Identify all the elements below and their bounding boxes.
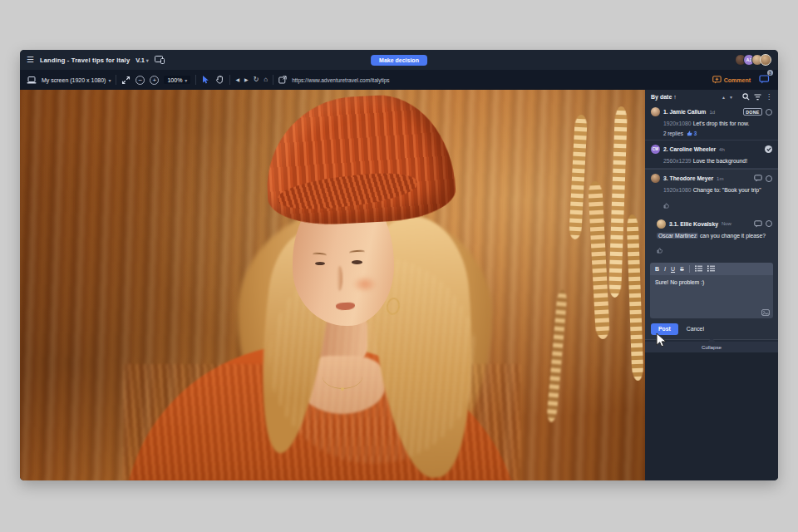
cancel-button[interactable]: Cancel xyxy=(687,326,704,332)
sort-by-date-button[interactable]: By date ↑ xyxy=(651,94,677,100)
home-icon[interactable]: ⌂ xyxy=(264,76,268,83)
resolution-tag: 1920x1080 xyxy=(663,187,692,193)
devices-icon[interactable] xyxy=(155,56,165,64)
bold-button[interactable]: B xyxy=(655,266,659,272)
woman-eye-right xyxy=(352,260,362,264)
add-comment-label: Comment xyxy=(724,77,751,83)
refresh-icon[interactable]: ↻ xyxy=(254,76,259,83)
browser-toolbar: My screen (1920 x 1080) ▾ − + 100% ▾ ◀ ▶… xyxy=(20,70,778,90)
comment-text: Let's drop this for now. xyxy=(693,121,750,126)
underline-button[interactable]: U xyxy=(671,266,675,272)
resolution-tag: 2560x1239 xyxy=(663,158,692,164)
laptop-icon xyxy=(27,76,37,84)
screen-source-selector[interactable]: My screen (1920 x 1080) ▾ xyxy=(42,77,111,83)
chevron-down-icon: ▾ xyxy=(185,77,187,83)
zoom-out-button[interactable]: − xyxy=(135,76,145,85)
mention-chip[interactable]: Oscar Martinez xyxy=(657,233,698,239)
comment-author: 3. Theodore Meyer xyxy=(663,175,713,181)
resolved-check-icon[interactable] xyxy=(765,145,772,153)
screen-source-label: My screen (1920 x 1080) xyxy=(42,77,106,83)
next-comment-button[interactable]: ▼ xyxy=(729,95,733,100)
url-text[interactable]: https://www.adventuretravel.com/italytip… xyxy=(292,77,389,83)
comment-thread-1[interactable]: 1. Jamie Callum 1d DONE 1920x1080Let's d… xyxy=(645,103,778,140)
attach-image-icon[interactable] xyxy=(761,309,770,316)
comments-sort-row: By date ↑ ▲ ▼ ⋮ xyxy=(645,90,778,103)
chevron-down-icon: ▾ xyxy=(146,57,149,63)
like-button[interactable]: 3 xyxy=(687,131,697,136)
select-cursor-tool-icon[interactable] xyxy=(201,75,210,85)
woman-cheek-blush xyxy=(352,276,377,293)
forward-icon[interactable]: ▶ xyxy=(244,77,249,82)
comment-time: 1d xyxy=(709,110,715,115)
thumbs-up-icon xyxy=(687,131,692,136)
replies-link[interactable]: 2 replies xyxy=(663,131,683,136)
comment-time: 1m xyxy=(717,176,723,181)
mouse-cursor xyxy=(655,332,669,349)
done-badge: DONE xyxy=(743,108,762,116)
filter-icon[interactable] xyxy=(754,94,761,101)
prev-comment-button[interactable]: ▲ xyxy=(722,95,726,100)
bullet-list-icon[interactable] xyxy=(695,265,702,272)
comment-author: 1. Jamie Callum xyxy=(663,109,706,115)
shared-screen-photo[interactable] xyxy=(20,90,645,480)
comment-text: can you change it please? xyxy=(700,233,766,239)
reply-text-input[interactable]: Sure! No problem :) xyxy=(650,275,773,318)
avatar xyxy=(657,219,666,229)
search-icon[interactable] xyxy=(742,93,750,101)
chevron-down-icon: ▾ xyxy=(108,77,111,83)
comment-text: Change to: "Book your trip" xyxy=(693,187,761,193)
open-external-icon[interactable] xyxy=(278,76,287,84)
avatar-current-user[interactable] xyxy=(760,54,771,66)
fullscreen-icon[interactable] xyxy=(121,76,131,85)
resolve-checkbox[interactable] xyxy=(766,220,772,227)
italic-button[interactable]: I xyxy=(664,266,666,272)
add-comment-button[interactable]: Comment xyxy=(709,73,754,86)
reply-bubble-icon[interactable] xyxy=(754,175,762,182)
resolve-checkbox[interactable] xyxy=(766,109,772,116)
woman-nose-shadow xyxy=(337,266,342,291)
page-title: Landing - Travel tips for Italy xyxy=(40,57,130,64)
back-icon[interactable]: ◀ xyxy=(235,77,239,82)
hamburger-menu-icon[interactable]: ☰ xyxy=(27,56,34,64)
comment-time: Now xyxy=(722,221,732,226)
comments-panel: By date ↑ ▲ ▼ ⋮ xyxy=(645,90,778,480)
kebab-menu-icon[interactable]: ⋮ xyxy=(766,94,772,101)
app-window: ☰ Landing - Travel tips for Italy V.1 ▾ … xyxy=(20,50,778,480)
make-decision-button[interactable]: Make decision xyxy=(371,55,427,66)
comment-author: 3.1. Ellie Kovalsky xyxy=(669,221,718,227)
comment-3[interactable]: 3. Theodore Meyer 1m 1920x1080Change to:… xyxy=(645,170,778,214)
thumbs-up-icon[interactable] xyxy=(657,248,663,254)
zoom-in-button[interactable]: + xyxy=(150,76,159,85)
title-bar: ☰ Landing - Travel tips for Italy V.1 ▾ … xyxy=(20,50,778,70)
comments-count-badge: 3 xyxy=(767,70,773,76)
comment-thread-2[interactable]: CW 2. Caroline Wheeler 4h 2560x1239Love … xyxy=(645,140,778,168)
avatar xyxy=(651,107,660,116)
hand-tool-icon[interactable] xyxy=(215,75,224,85)
comment-3-1-reply[interactable]: 3.1. Ellie Kovalsky Now Oscar Martinez c… xyxy=(645,215,778,260)
thumbs-up-icon[interactable] xyxy=(663,203,669,209)
avatar: CW xyxy=(651,145,660,154)
numbered-list-icon[interactable] xyxy=(707,265,715,272)
version-label: V.1 xyxy=(135,57,145,64)
woman-necklace xyxy=(323,364,362,389)
reply-text: Sure! No problem :) xyxy=(655,279,704,285)
comment-text: Love the background! xyxy=(693,158,747,164)
reply-bubble-icon[interactable] xyxy=(754,220,762,228)
participant-avatars: AJ xyxy=(738,54,771,66)
comments-bubble-icon xyxy=(759,75,770,84)
reply-editor: B I U S S xyxy=(650,263,773,318)
resolution-tag: 1920x1080 xyxy=(663,121,692,126)
comment-time: 4h xyxy=(719,147,725,152)
formatting-toolbar: B I U S xyxy=(650,263,773,275)
comment-plus-icon xyxy=(712,76,722,84)
comment-thread-3-active: 3. Theodore Meyer 1m 1920x1080Change to:… xyxy=(645,169,778,339)
zoom-level: 100% xyxy=(167,77,182,83)
resolve-checkbox[interactable] xyxy=(766,175,772,182)
comment-author: 2. Caroline Wheeler xyxy=(663,146,716,152)
panel-empty-area xyxy=(645,352,778,480)
comments-toggle-button[interactable]: 3 xyxy=(759,72,770,87)
strikethrough-button[interactable]: S xyxy=(680,266,684,272)
zoom-level-selector[interactable]: 100% ▾ xyxy=(164,76,190,84)
likes-count: 3 xyxy=(694,131,697,136)
version-selector[interactable]: V.1 ▾ xyxy=(135,57,149,64)
